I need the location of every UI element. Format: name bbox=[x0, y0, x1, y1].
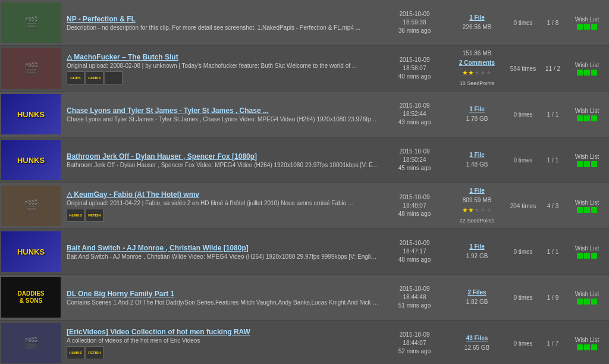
date-column: 2015-10-09 18:47:17 48 mins ago bbox=[382, 239, 447, 264]
green-icon-3 bbox=[591, 299, 597, 305]
green-icon-2 bbox=[584, 299, 590, 305]
seedpoints: 18 SeedPoints bbox=[460, 80, 495, 86]
green-icons bbox=[566, 161, 608, 167]
date: 2015-10-09 bbox=[399, 11, 429, 17]
files-link[interactable]: 1 File bbox=[469, 106, 485, 112]
date-column: 2015-10-09 18:48:07 48 mins ago bbox=[382, 193, 447, 218]
times-column: 0 times bbox=[507, 340, 539, 347]
files-link[interactable]: 1 File bbox=[469, 243, 485, 250]
green-icon-2 bbox=[584, 207, 590, 213]
green-icon-3 bbox=[591, 207, 597, 213]
pages-column: 4 / 3 bbox=[539, 203, 566, 209]
row-info: Bait And Switch - AJ Monroe , Christian … bbox=[64, 243, 382, 261]
date-column: 2015-10-09 18:44:07 52 mins ago bbox=[382, 331, 447, 356]
row-title[interactable]: Bait And Switch - AJ Monroe , Christian … bbox=[67, 244, 379, 252]
date: 2015-10-09 bbox=[399, 285, 429, 292]
wishlist-label[interactable]: Wish List bbox=[566, 108, 608, 114]
thumbnail: 🎬 bbox=[1, 186, 61, 226]
times-column: 204 times bbox=[507, 203, 539, 209]
green-icons bbox=[566, 299, 608, 305]
file-size: 809.59 MB bbox=[463, 197, 491, 203]
table-row: 🎬 NP - Perfection & FL Description - no … bbox=[0, 0, 609, 46]
row-title[interactable]: Bathroom Jerk Off - Dylan Hauser , Spenc… bbox=[67, 152, 379, 161]
file-size: 1.48 GB bbox=[466, 161, 488, 168]
row-title[interactable]: DL One Big Horny Family Part 1 bbox=[67, 290, 379, 298]
row-info: Bathroom Jerk Off - Dylan Hauser , Spenc… bbox=[64, 151, 382, 170]
seedpoints: 22 SeedPoints bbox=[460, 218, 495, 224]
date: 2015-10-09 bbox=[399, 148, 429, 155]
date: 2015-10-09 bbox=[399, 194, 429, 200]
times-count: 584 times bbox=[510, 65, 536, 72]
wishlist-label[interactable]: Wish List bbox=[566, 291, 608, 297]
wishlist-label[interactable]: Wish List bbox=[566, 199, 608, 206]
times-column: 584 times bbox=[507, 65, 539, 72]
file-size: 151.86 MB bbox=[463, 50, 491, 57]
wishlist-column: Wish List bbox=[566, 245, 608, 259]
files-column: 1 File 1.78 GB bbox=[447, 105, 507, 124]
sub-thumb: CLIPS bbox=[67, 71, 84, 84]
time-ago: 36 mins ago bbox=[398, 27, 431, 34]
wishlist-label[interactable]: Wish List bbox=[566, 337, 608, 343]
wishlist-column: Wish List bbox=[566, 291, 608, 305]
time: 18:47:17 bbox=[403, 248, 426, 255]
row-info: Chase Lyons and Tyler St James - Tyler S… bbox=[64, 105, 382, 124]
time: 18:59:38 bbox=[403, 19, 426, 26]
files-link[interactable]: 1 File bbox=[469, 187, 485, 194]
sub-thumb: HUNKS bbox=[67, 346, 84, 359]
wishlist-label[interactable]: Wish List bbox=[566, 153, 608, 160]
thumbnail: HUNKS bbox=[1, 231, 61, 272]
green-icon-1 bbox=[577, 299, 583, 305]
thumbnail: 🎬 bbox=[1, 323, 61, 363]
row-info: DL One Big Horny Family Part 1 Contains … bbox=[64, 288, 382, 307]
file-size: 226.56 MB bbox=[463, 24, 491, 30]
sub-thumb: FETISH bbox=[86, 346, 103, 359]
time: 18:52:44 bbox=[403, 111, 426, 117]
wishlist-label[interactable]: Wish List bbox=[566, 245, 608, 252]
row-desc: Bathroom Jerk Off - Dylan Hauser , Spenc… bbox=[67, 162, 379, 168]
time-ago: 48 mins ago bbox=[398, 211, 431, 217]
file-size: 1.78 GB bbox=[466, 115, 488, 122]
green-icon-2 bbox=[584, 24, 590, 30]
wishlist-column: Wish List bbox=[566, 337, 608, 350]
wishlist-label[interactable]: Wish List bbox=[566, 16, 608, 23]
file-size: 1.82 GB bbox=[466, 299, 488, 305]
row-title[interactable]: [EricVideos] Video Collection of hot men… bbox=[67, 328, 379, 336]
row-title[interactable]: NP - Perfection & FL bbox=[67, 15, 379, 23]
files-link[interactable]: 2 Files bbox=[467, 289, 486, 296]
row-title[interactable]: △ KeumGay - Fabio (At The Hotel) wmv bbox=[67, 190, 379, 199]
green-icon-2 bbox=[584, 253, 590, 259]
row-desc: Original upload: 2011-04-22 | Fabio, sa … bbox=[67, 200, 379, 206]
times-column: 0 times bbox=[507, 249, 539, 255]
thumbnail: HUNKS bbox=[1, 94, 61, 134]
sub-thumb bbox=[105, 71, 123, 84]
green-icon-1 bbox=[577, 344, 583, 350]
table-row: 🎬 △ MachoFucker – The Butch Slut Origina… bbox=[0, 46, 609, 92]
time: 18:44:48 bbox=[403, 294, 426, 300]
green-icon-3 bbox=[591, 70, 597, 76]
table-row: HUNKS Bait And Switch - AJ Monroe , Chri… bbox=[0, 229, 609, 275]
page-info: 4 / 3 bbox=[547, 203, 558, 209]
row-desc: Contains Scenes 1 And 2 Of The Hot Daddy… bbox=[67, 299, 379, 306]
row-info: NP - Perfection & FL Description - no de… bbox=[64, 14, 382, 32]
files-link[interactable]: 1 File bbox=[469, 152, 485, 158]
star-rating: ★★★★★ bbox=[462, 69, 492, 76]
sub-thumb: FETISH bbox=[86, 209, 103, 222]
files-link[interactable]: 1 File bbox=[469, 14, 485, 21]
time-ago: 40 mins ago bbox=[398, 73, 431, 80]
file-size: 12.65 GB bbox=[464, 344, 489, 351]
comments-link[interactable]: 2 Comments bbox=[459, 59, 495, 66]
table-row: 🎬 [EricVideos] Video Collection of hot m… bbox=[0, 321, 609, 364]
row-title[interactable]: Chase Lyons and Tyler St James - Tyler S… bbox=[67, 106, 379, 115]
row-info: [EricVideos] Video Collection of hot men… bbox=[64, 327, 382, 360]
time-ago: 45 mins ago bbox=[398, 165, 431, 171]
time: 18:44:07 bbox=[403, 340, 426, 346]
files-link[interactable]: 43 Files bbox=[466, 335, 488, 341]
star-rating: ★★★★★ bbox=[462, 206, 492, 214]
wishlist-label[interactable]: Wish List bbox=[566, 62, 608, 68]
wishlist-column: Wish List bbox=[566, 199, 608, 213]
files-column: 1 File 809.59 MB ★★★★★ 22 SeedPoints bbox=[447, 186, 507, 225]
row-title[interactable]: △ MachoFucker – The Butch Slut bbox=[67, 53, 379, 61]
row-desc: Description - no description for this cl… bbox=[67, 24, 379, 31]
page-info: 1 / 8 bbox=[547, 20, 558, 26]
date: 2015-10-09 bbox=[399, 331, 429, 338]
